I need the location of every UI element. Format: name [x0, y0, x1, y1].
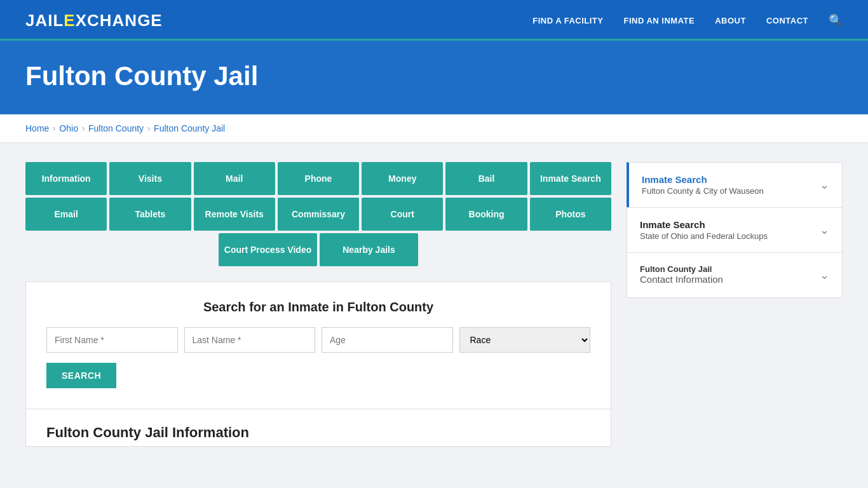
grid-btn-visits[interactable]: Visits [109, 162, 191, 195]
sidebar-card-subtitle-0: Fulton County & City of Wauseon [642, 186, 764, 196]
sidebar-card-text-2: Fulton County JailContact Information [640, 264, 723, 286]
breadcrumb-sep-3: › [147, 124, 150, 133]
info-heading: Fulton County Jail Information [46, 424, 590, 441]
nav-find-inmate[interactable]: FIND AN INMATE [623, 16, 695, 25]
age-input[interactable] [322, 327, 453, 353]
grid-btn-booking[interactable]: Booking [445, 198, 527, 231]
site-logo[interactable]: JAILEXCHANGE [25, 11, 163, 30]
sidebar-card-text-1: Inmate SearchState of Ohio and Federal L… [640, 219, 768, 241]
sidebar-card-2[interactable]: Fulton County JailContact Information⌄ [627, 252, 843, 298]
search-button[interactable]: SEARCH [46, 363, 116, 388]
grid-btn-commissary[interactable]: Commissary [278, 198, 359, 231]
sidebar-card-title-2: Fulton County Jail [640, 264, 723, 274]
breadcrumb-sep-2: › [82, 124, 85, 133]
logo-jail: JAIL [25, 11, 64, 30]
sidebar-card-0[interactable]: Inmate SearchFulton County & City of Wau… [627, 162, 843, 207]
sidebar-card-title-0: Inmate Search [642, 174, 764, 185]
left-column: InformationVisitsMailPhoneMoneyBailInmat… [25, 162, 611, 447]
bottom-section: Fulton County Jail Information [25, 409, 611, 447]
search-title: Search for an Inmate in Fulton County [46, 300, 590, 315]
breadcrumb-ohio[interactable]: Ohio [59, 123, 78, 133]
chevron-down-icon: ⌄ [820, 178, 829, 192]
race-select[interactable]: RaceWhiteBlackHispanicAsianOther [459, 327, 591, 353]
breadcrumb-sep-1: › [53, 124, 55, 133]
sidebar-card-subtitle-1: State of Ohio and Federal Lockups [640, 231, 768, 241]
grid-btn-photos[interactable]: Photos [530, 198, 611, 231]
sidebar-card-subtitle-2: Contact Information [640, 274, 723, 285]
hero-section: Fulton County Jail [0, 41, 868, 114]
main-content: InformationVisitsMailPhoneMoneyBailInmat… [0, 143, 868, 466]
chevron-down-icon: ⌄ [820, 223, 829, 237]
page-title: Fulton County Jail [25, 61, 843, 92]
breadcrumb-home[interactable]: Home [25, 123, 49, 133]
breadcrumb-current: Fulton County Jail [154, 123, 225, 133]
breadcrumb: Home › Ohio › Fulton County › Fulton Cou… [0, 114, 868, 143]
grid-btn-money[interactable]: Money [362, 162, 443, 195]
logo-xchange: XCHANGE [76, 11, 163, 30]
grid-btn-mail[interactable]: Mail [194, 162, 275, 195]
sidebar-card-title-1: Inmate Search [640, 219, 768, 230]
grid-btn-inmate-search[interactable]: Inmate Search [530, 162, 611, 195]
sidebar-card-1[interactable]: Inmate SearchState of Ohio and Federal L… [627, 207, 843, 252]
first-name-input[interactable] [46, 327, 178, 353]
sidebar-card-text-0: Inmate SearchFulton County & City of Wau… [642, 174, 764, 196]
button-grid-row1: InformationVisitsMailPhoneMoneyBailInmat… [25, 162, 611, 195]
grid-btn-phone[interactable]: Phone [278, 162, 359, 195]
button-grid-row2: EmailTabletsRemote VisitsCommissaryCourt… [25, 198, 611, 231]
search-inputs: RaceWhiteBlackHispanicAsianOther [46, 327, 590, 353]
grid-btn-information[interactable]: Information [25, 162, 107, 195]
last-name-input[interactable] [184, 327, 316, 353]
grid-btn-bail[interactable]: Bail [445, 162, 527, 195]
logo-ex: E [64, 11, 75, 30]
search-box: Search for an Inmate in Fulton County Ra… [25, 281, 611, 409]
button-grid-row3: Court Process VideoNearby Jails [25, 233, 611, 266]
nav-contact[interactable]: CONTACT [766, 16, 808, 25]
grid-btn-nearby-jails[interactable]: Nearby Jails [320, 233, 418, 266]
search-icon[interactable]: 🔍 [829, 13, 843, 27]
chevron-down-icon: ⌄ [820, 268, 829, 282]
nav-find-facility[interactable]: FIND A FACILITY [532, 16, 603, 25]
right-column: Inmate SearchFulton County & City of Wau… [627, 162, 843, 447]
nav-about[interactable]: ABOUT [715, 16, 746, 25]
grid-btn-tablets[interactable]: Tablets [109, 198, 191, 231]
main-nav: FIND A FACILITY FIND AN INMATE ABOUT CON… [532, 13, 843, 27]
grid-btn-email[interactable]: Email [25, 198, 107, 231]
site-header: JAILEXCHANGE FIND A FACILITY FIND AN INM… [0, 0, 868, 41]
breadcrumb-fulton-county[interactable]: Fulton County [88, 123, 144, 133]
grid-btn-court-process-video[interactable]: Court Process Video [219, 233, 317, 266]
grid-btn-remote-visits[interactable]: Remote Visits [194, 198, 275, 231]
grid-btn-court[interactable]: Court [362, 198, 443, 231]
